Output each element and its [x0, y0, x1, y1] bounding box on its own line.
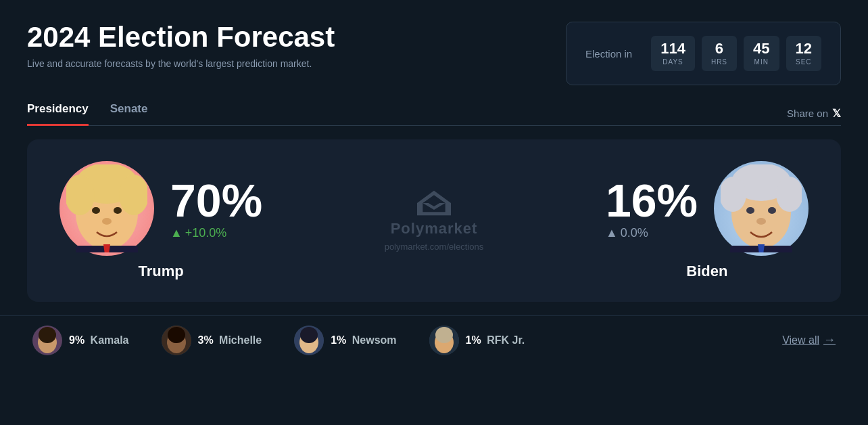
- svg-point-2: [66, 175, 95, 215]
- newsom-item[interactable]: 1% Newsom: [294, 326, 396, 355]
- michelle-item[interactable]: 3% Michelle: [162, 326, 262, 355]
- biden-name: Biden: [686, 263, 727, 279]
- newsom-avatar: [294, 326, 324, 355]
- svg-point-23: [39, 327, 56, 343]
- polymarket-logo-name: Polymarket: [391, 220, 478, 238]
- svg-point-16: [746, 207, 754, 214]
- rfk-info: 1% RFK Jr.: [466, 334, 525, 346]
- svg-point-4: [92, 207, 100, 214]
- share-on-label: Share on: [787, 108, 828, 119]
- page-title: 2024 Election Forecast: [27, 22, 335, 53]
- trump-change: ▲ +10.0%: [170, 226, 262, 240]
- min-unit: 45 MIN: [744, 36, 779, 71]
- svg-point-26: [168, 327, 185, 343]
- svg-marker-9: [417, 190, 451, 202]
- biden-inner: 16% ▲ 0.0%: [606, 161, 809, 256]
- newsom-info: 1% Newsom: [331, 334, 396, 346]
- min-label: MIN: [753, 58, 769, 66]
- view-all-button[interactable]: View all →: [782, 333, 836, 347]
- biden-avatar: [714, 161, 809, 256]
- rfk-item[interactable]: 1% RFK Jr.: [429, 326, 525, 355]
- hrs-unit: 6 HRS: [702, 36, 737, 71]
- view-all-label: View all: [782, 334, 819, 346]
- election-in-label: Election in: [585, 48, 632, 60]
- days-value: 114: [660, 41, 685, 56]
- trump-stats: 70% ▲ +10.0%: [170, 177, 262, 240]
- svg-point-6: [102, 218, 112, 225]
- countdown-box: Election in 114 DAYS 6 HRS 45 MIN 12 SEC: [566, 22, 841, 85]
- trump-inner: 70% ▲ +10.0%: [59, 161, 262, 256]
- trump-face-svg: [66, 164, 147, 252]
- hrs-value: 6: [711, 41, 727, 56]
- biden-change: ▲ 0.0%: [606, 226, 698, 240]
- main-card: 70% ▲ +10.0% Trump Polymarket polymarket…: [27, 139, 841, 302]
- header-row: 2024 Election Forecast Live and accurate…: [27, 22, 841, 85]
- tabs-row: Presidency Senate Share on 𝕏: [27, 102, 841, 126]
- tabs: Presidency Senate: [27, 102, 147, 125]
- kamala-item[interactable]: 9% Kamala: [32, 326, 129, 355]
- trump-candidate: 70% ▲ +10.0% Trump: [59, 161, 262, 280]
- page: 2024 Election Forecast Live and accurate…: [0, 0, 868, 425]
- countdown-units: 114 DAYS 6 HRS 45 MIN 12 SEC: [651, 36, 821, 71]
- hrs-label: HRS: [711, 58, 727, 66]
- trump-pct: 70%: [170, 177, 262, 223]
- svg-marker-20: [758, 244, 765, 252]
- svg-marker-8: [103, 244, 110, 252]
- michelle-info: 3% Michelle: [198, 334, 262, 346]
- biden-stats: 16% ▲ 0.0%: [606, 177, 698, 240]
- x-icon: 𝕏: [832, 107, 841, 120]
- sec-label: SEC: [796, 58, 812, 66]
- kamala-info: 9% Kamala: [69, 334, 129, 346]
- svg-point-3: [119, 175, 147, 215]
- bottom-row: 9% Kamala 3% Michelle: [0, 315, 868, 364]
- share-button[interactable]: Share on 𝕏: [787, 107, 841, 120]
- kamala-avatar: [32, 326, 62, 355]
- min-value: 45: [753, 41, 769, 56]
- svg-point-5: [114, 207, 122, 214]
- polymarket-logo-url: polymarket.com/elections: [385, 242, 484, 252]
- svg-point-32: [435, 327, 453, 343]
- view-all-arrow-icon: →: [823, 333, 836, 347]
- biden-pct: 16%: [606, 177, 698, 223]
- page-subtitle: Live and accurate forecasts by the world…: [27, 58, 335, 69]
- sec-unit: 12 SEC: [786, 36, 821, 71]
- svg-marker-11: [423, 203, 445, 210]
- center-logo: Polymarket polymarket.com/elections: [385, 190, 484, 252]
- days-label: DAYS: [660, 58, 685, 66]
- svg-point-17: [768, 207, 776, 214]
- biden-face-svg: [721, 164, 802, 252]
- tab-presidency[interactable]: Presidency: [27, 102, 89, 126]
- biden-candidate: 16% ▲ 0.0%: [606, 161, 809, 280]
- trump-avatar: [59, 161, 154, 256]
- svg-point-29: [300, 327, 318, 343]
- trump-name: Trump: [138, 263, 183, 279]
- tab-senate[interactable]: Senate: [110, 102, 148, 126]
- rfk-avatar: [429, 326, 459, 355]
- sec-value: 12: [796, 41, 812, 56]
- title-section: 2024 Election Forecast Live and accurate…: [27, 22, 335, 69]
- polymarket-logo-svg: [417, 190, 451, 216]
- svg-point-18: [756, 218, 766, 225]
- michelle-avatar: [162, 326, 191, 355]
- days-unit: 114 DAYS: [651, 36, 695, 71]
